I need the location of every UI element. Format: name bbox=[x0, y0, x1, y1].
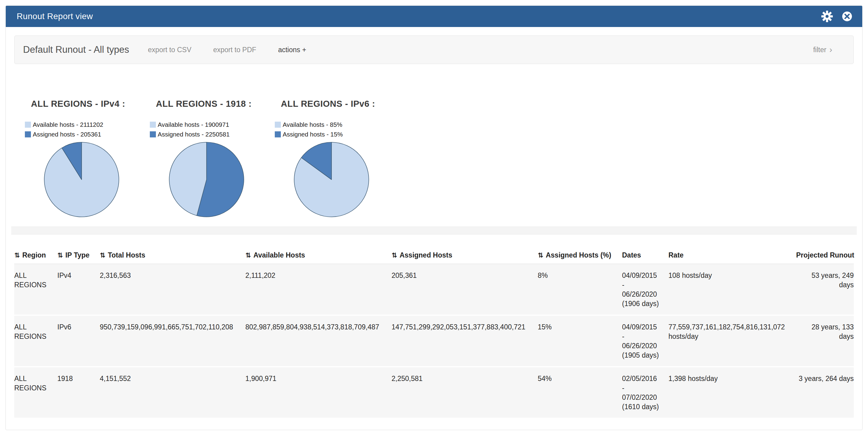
titlebar-icons bbox=[821, 10, 853, 23]
column-label: Projected Runout bbox=[796, 251, 854, 259]
cell-rate: 1,398 hosts/day bbox=[669, 367, 796, 418]
legend-label: Assigned hosts - 205361 bbox=[33, 131, 101, 138]
legend-swatch bbox=[25, 122, 31, 128]
column-label: IP Type bbox=[65, 251, 90, 259]
export-csv-link[interactable]: export to CSV bbox=[148, 46, 191, 54]
column-header-projected: Projected Runout bbox=[796, 248, 854, 264]
chart-block: ALL REGIONS - IPv4 :Available hosts - 21… bbox=[25, 99, 150, 220]
legend-swatch bbox=[275, 131, 281, 137]
table-row: ALL REGIONSIPv42,316,5632,111,202205,361… bbox=[14, 264, 854, 315]
column-header-ip_type[interactable]: ⇅IP Type bbox=[57, 248, 100, 264]
cell-rate: 108 hosts/day bbox=[669, 264, 796, 315]
column-label: Assigned Hosts (%) bbox=[546, 251, 611, 259]
actions-menu[interactable]: actions + bbox=[278, 46, 306, 54]
sort-icon: ⇅ bbox=[14, 251, 20, 259]
column-label: Assigned Hosts bbox=[399, 251, 452, 259]
window-title: Runout Report view bbox=[17, 11, 93, 21]
cell-ip_type: IPv4 bbox=[57, 264, 100, 315]
pie-svg bbox=[292, 140, 371, 219]
chart-block: ALL REGIONS - IPv6 :Available hosts - 85… bbox=[275, 99, 400, 220]
runout-table: ⇅Region⇅IP Type⇅Total Hosts⇅Available Ho… bbox=[14, 248, 854, 419]
cell-ip_type: IPv6 bbox=[57, 315, 100, 367]
cell-total: 2,316,563 bbox=[100, 264, 245, 315]
cell-assigned: 205,361 bbox=[392, 264, 538, 315]
pie-chart bbox=[167, 140, 275, 220]
sort-icon: ⇅ bbox=[245, 251, 251, 259]
column-header-assigned_pct[interactable]: ⇅Assigned Hosts (%) bbox=[538, 248, 622, 264]
legend-swatch bbox=[150, 122, 156, 128]
cell-assigned_pct: 54% bbox=[538, 367, 622, 418]
cell-region: ALL REGIONS bbox=[14, 264, 57, 315]
table-row: ALL REGIONSIPv6950,739,159,096,991,665,7… bbox=[14, 315, 854, 367]
sort-icon: ⇅ bbox=[100, 251, 105, 259]
column-header-total[interactable]: ⇅Total Hosts bbox=[100, 248, 245, 264]
legend-item: Available hosts - 2111202 bbox=[25, 121, 150, 128]
cell-dates: 04/09/2015 - 06/26/2020 (1906 days) bbox=[622, 264, 669, 315]
column-header-region[interactable]: ⇅Region bbox=[14, 248, 57, 264]
close-icon[interactable] bbox=[841, 10, 853, 23]
filter-label: filter bbox=[813, 46, 826, 54]
cell-available: 1,900,971 bbox=[245, 367, 392, 418]
chart-title: ALL REGIONS - IPv4 : bbox=[31, 99, 150, 109]
cell-assigned: 147,751,299,292,053,151,377,883,400,721 bbox=[392, 315, 538, 367]
chart-legend: Available hosts - 1900971Assigned hosts … bbox=[150, 121, 275, 138]
cell-assigned_pct: 8% bbox=[538, 264, 622, 315]
sort-icon: ⇅ bbox=[538, 251, 543, 259]
table-row: ALL REGIONS19184,151,5521,900,9712,250,5… bbox=[14, 367, 854, 418]
filter-toggle[interactable]: filter › bbox=[813, 45, 832, 54]
cell-assigned_pct: 15% bbox=[538, 315, 622, 367]
export-pdf-link[interactable]: export to PDF bbox=[213, 46, 256, 54]
legend-label: Available hosts - 2111202 bbox=[33, 121, 103, 128]
column-label: Total Hosts bbox=[108, 251, 145, 259]
cell-assigned: 2,250,581 bbox=[392, 367, 538, 418]
pie-chart bbox=[42, 140, 150, 220]
legend-item: Assigned hosts - 205361 bbox=[25, 131, 150, 138]
cell-region: ALL REGIONS bbox=[14, 367, 57, 418]
chevron-right-icon: › bbox=[830, 45, 832, 54]
legend-swatch bbox=[150, 131, 156, 137]
cell-projected: 53 years, 249 days bbox=[796, 264, 854, 315]
legend-swatch bbox=[275, 122, 281, 128]
legend-label: Assigned hosts - 2250581 bbox=[158, 131, 229, 138]
column-header-dates: Dates bbox=[622, 248, 669, 264]
legend-item: Available hosts - 1900971 bbox=[150, 121, 275, 128]
cell-total: 4,151,552 bbox=[100, 367, 245, 418]
sort-icon: ⇅ bbox=[57, 251, 63, 259]
report-title: Default Runout - All types bbox=[23, 44, 129, 55]
titlebar: Runout Report view bbox=[6, 6, 862, 27]
chart-title: ALL REGIONS - IPv6 : bbox=[281, 99, 400, 109]
gear-icon[interactable] bbox=[821, 10, 833, 23]
column-label: Rate bbox=[669, 251, 684, 259]
legend-item: Available hosts - 85% bbox=[275, 121, 400, 128]
column-label: Dates bbox=[622, 251, 641, 259]
column-header-assigned[interactable]: ⇅Assigned Hosts bbox=[392, 248, 538, 264]
report-window: Runout Report view D bbox=[5, 5, 863, 430]
section-divider bbox=[11, 227, 857, 234]
pie-svg bbox=[42, 140, 121, 219]
charts-row: ALL REGIONS - IPv4 :Available hosts - 21… bbox=[6, 64, 862, 220]
cell-projected: 3 years, 264 days bbox=[796, 367, 854, 418]
cell-projected: 28 years, 133 days bbox=[796, 315, 854, 367]
cell-rate: 77,559,737,161,182,754,816,131,072 hosts… bbox=[669, 315, 796, 367]
chart-legend: Available hosts - 85%Assigned hosts - 15… bbox=[275, 121, 400, 138]
sort-icon: ⇅ bbox=[392, 251, 397, 259]
column-label: Available Hosts bbox=[253, 251, 305, 259]
table-header-row: ⇅Region⇅IP Type⇅Total Hosts⇅Available Ho… bbox=[14, 248, 854, 264]
pie-chart bbox=[292, 140, 400, 220]
column-header-available[interactable]: ⇅Available Hosts bbox=[245, 248, 392, 264]
chart-title: ALL REGIONS - 1918 : bbox=[156, 99, 275, 109]
column-header-rate: Rate bbox=[669, 248, 796, 264]
column-label: Region bbox=[22, 251, 46, 259]
pie-svg bbox=[167, 140, 246, 219]
report-toolbar: Default Runout - All types export to CSV… bbox=[14, 35, 854, 64]
legend-label: Available hosts - 85% bbox=[283, 121, 342, 128]
legend-item: Assigned hosts - 15% bbox=[275, 131, 400, 138]
cell-region: ALL REGIONS bbox=[14, 315, 57, 367]
legend-label: Available hosts - 1900971 bbox=[158, 121, 229, 128]
cell-dates: 04/09/2015 - 06/26/2020 (1905 days) bbox=[622, 315, 669, 367]
cell-ip_type: 1918 bbox=[57, 367, 100, 418]
chart-legend: Available hosts - 2111202Assigned hosts … bbox=[25, 121, 150, 138]
chart-block: ALL REGIONS - 1918 :Available hosts - 19… bbox=[150, 99, 275, 220]
legend-swatch bbox=[25, 131, 31, 137]
cell-total: 950,739,159,096,991,665,751,702,110,208 bbox=[100, 315, 245, 367]
